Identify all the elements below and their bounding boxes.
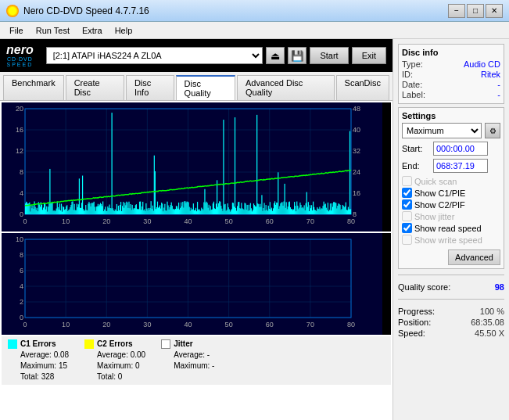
disc-label-row: Label: -: [402, 90, 500, 99]
menu-file[interactable]: File: [3, 24, 30, 37]
show-write-checkbox[interactable]: [402, 235, 412, 245]
app-icon: [6, 5, 19, 17]
disc-label-value: -: [497, 90, 500, 99]
nero-logo: nero: [6, 44, 34, 56]
disc-info-section: Disc info Type: Audio CD ID: Ritek Date:…: [398, 44, 504, 104]
drive-selector: [2:1] ATAPI iHAS224 A ZL0A ⏏ 💾 Start Exi…: [46, 47, 386, 64]
speed-dropdown[interactable]: Maximum: [402, 123, 482, 138]
disc-label-label: Label:: [402, 90, 425, 99]
chart-container: C1 Errors Average: 0.08 Maximum: 15 Tota…: [0, 101, 393, 420]
c2-max: Maximum: 0: [97, 361, 145, 372]
c1-label: C1 Errors: [20, 339, 69, 350]
legend-area: C1 Errors Average: 0.08 Maximum: 15 Tota…: [2, 336, 391, 385]
quick-scan-checkbox[interactable]: [402, 176, 412, 186]
end-row: End:: [402, 159, 500, 173]
speed-row: Speed: 45.50 X: [398, 328, 504, 338]
drive-dropdown[interactable]: [2:1] ATAPI iHAS224 A ZL0A: [46, 47, 263, 64]
speed-row: Maximum ⚙: [402, 123, 500, 138]
tab-benchmark[interactable]: Benchmark: [3, 75, 64, 100]
start-label: Start:: [402, 144, 430, 153]
disc-type-value: Audio CD: [464, 59, 500, 69]
exit-button[interactable]: Exit: [352, 47, 386, 64]
show-jitter-row: Show jitter: [402, 211, 500, 221]
menu-bar: File Run Test Extra Help: [0, 22, 509, 39]
jitter-avg: Average: -: [174, 350, 214, 361]
disc-date-row: Date: -: [402, 80, 500, 89]
tab-create-disc[interactable]: Create Disc: [66, 75, 124, 100]
menu-run-test[interactable]: Run Test: [30, 24, 76, 37]
progress-section: Progress: 100 % Position: 68:35.08 Speed…: [398, 307, 504, 339]
show-c2-label: Show C2/PIF: [414, 200, 465, 210]
progress-value: 100 %: [480, 307, 504, 316]
disc-info-title: Disc info: [402, 48, 500, 57]
jitter-label: Jitter: [174, 339, 214, 350]
legend-c1: C1 Errors Average: 0.08 Maximum: 15 Tota…: [8, 339, 69, 382]
settings-icon-button[interactable]: ⚙: [485, 123, 500, 138]
maximize-button[interactable]: □: [467, 4, 484, 18]
tab-disc-info[interactable]: Disc Info: [126, 75, 174, 100]
quick-scan-label: Quick scan: [414, 177, 457, 186]
show-read-checkbox[interactable]: [402, 223, 412, 233]
minimize-button[interactable]: −: [448, 4, 465, 18]
legend-jitter: Jitter Average: - Maximum: -: [161, 339, 214, 382]
menu-help[interactable]: Help: [109, 24, 139, 37]
progress-row: Progress: 100 %: [398, 307, 504, 316]
show-read-label: Show read speed: [414, 224, 482, 233]
jitter-color-box: [161, 339, 170, 349]
settings-section: Settings Maximum ⚙ Start: End: Quick sca…: [398, 107, 504, 269]
tab-scandisc[interactable]: ScanDisc: [336, 75, 389, 100]
show-jitter-checkbox[interactable]: [402, 211, 412, 221]
end-input[interactable]: [433, 159, 488, 173]
advanced-button[interactable]: Advanced: [448, 249, 500, 265]
start-button[interactable]: Start: [310, 47, 348, 64]
tab-advanced-disc-quality[interactable]: Advanced Disc Quality: [237, 75, 335, 100]
show-c2-checkbox[interactable]: [402, 199, 412, 210]
eject-button[interactable]: ⏏: [266, 47, 285, 64]
window-title: Nero CD-DVD Speed 4.7.7.16: [23, 5, 149, 16]
disc-id-value: Ritek: [481, 70, 500, 79]
tab-bar: Benchmark Create Disc Disc Info Disc Qua…: [0, 72, 393, 100]
jitter-max: Maximum: -: [174, 361, 214, 372]
c2-color-box: [84, 339, 94, 349]
show-write-label: Show write speed: [414, 235, 482, 245]
show-read-row: Show read speed: [402, 223, 500, 233]
quality-value: 98: [495, 282, 504, 292]
close-button[interactable]: ✕: [486, 4, 503, 18]
disc-type-label: Type:: [402, 59, 423, 69]
show-jitter-label: Show jitter: [414, 212, 454, 221]
main-container: nero CD·DVD SPEED [2:1] ATAPI iHAS224 A …: [0, 39, 509, 420]
nero-speed: SPEED: [6, 62, 33, 67]
divider-2: [398, 299, 504, 300]
position-label: Position:: [398, 318, 431, 327]
c1-color-box: [8, 339, 17, 349]
right-panel: Disc info Type: Audio CD ID: Ritek Date:…: [393, 39, 509, 420]
disc-id-row: ID: Ritek: [402, 70, 500, 79]
disc-id-label: ID:: [402, 70, 413, 79]
show-write-row: Show write speed: [402, 235, 500, 245]
c1-avg: Average: 0.08: [20, 350, 69, 361]
progress-label: Progress:: [398, 307, 435, 316]
position-value: 68:35.08: [471, 318, 504, 327]
nero-logo-area: nero CD·DVD SPEED: [6, 44, 34, 67]
toolbar-area: nero CD·DVD SPEED [2:1] ATAPI iHAS224 A …: [0, 39, 393, 72]
start-input[interactable]: [433, 142, 488, 156]
menu-extra[interactable]: Extra: [76, 24, 109, 37]
speed-value: 45.50 X: [475, 328, 504, 338]
speed-label: Speed:: [398, 328, 425, 338]
disc-type-row: Type: Audio CD: [402, 59, 500, 69]
divider-1: [398, 275, 504, 275]
nero-subtitle: CD·DVD: [7, 56, 33, 62]
tab-content: C1 Errors Average: 0.08 Maximum: 15 Tota…: [0, 100, 393, 420]
upper-chart: [2, 102, 391, 232]
lower-chart: [2, 233, 391, 335]
show-c2-row: Show C2/PIF: [402, 199, 500, 210]
save-button[interactable]: 💾: [288, 47, 306, 64]
settings-title: Settings: [402, 111, 500, 120]
show-c1-checkbox[interactable]: [402, 188, 412, 198]
left-panel: nero CD·DVD SPEED [2:1] ATAPI iHAS224 A …: [0, 39, 393, 420]
start-row: Start:: [402, 142, 500, 156]
c1-max: Maximum: 15: [20, 361, 69, 372]
title-bar: Nero CD-DVD Speed 4.7.7.16 − □ ✕: [0, 0, 509, 22]
c2-label: C2 Errors: [97, 339, 145, 350]
tab-disc-quality[interactable]: Disc Quality: [176, 75, 235, 100]
